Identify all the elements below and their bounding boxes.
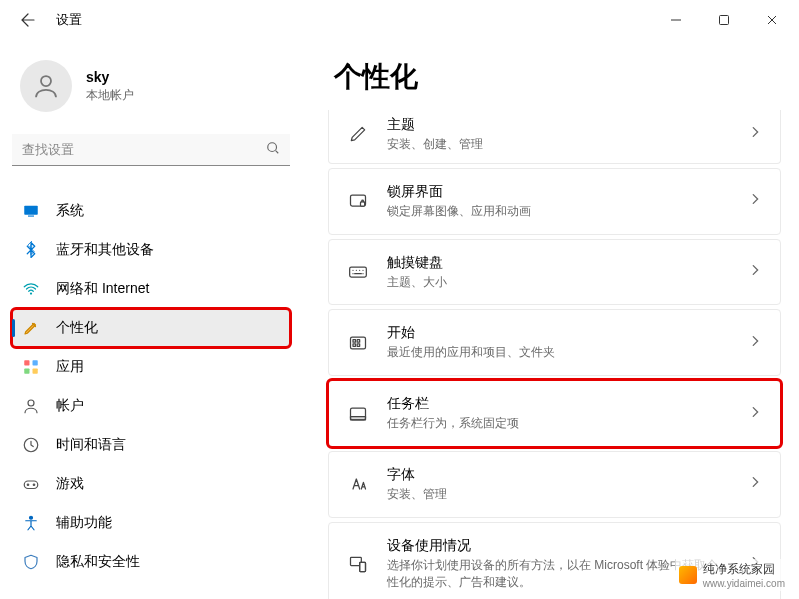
setting-title: 触摸键盘 (387, 254, 730, 272)
accounts-icon (22, 397, 40, 415)
svg-rect-3 (24, 206, 38, 215)
svg-point-1 (41, 76, 51, 86)
sidebar-item-label: 隐私和安全性 (56, 553, 140, 571)
svg-rect-25 (351, 416, 366, 419)
setting-item-theme[interactable]: 主题 安装、创建、管理 (328, 110, 781, 164)
back-button[interactable] (16, 8, 40, 32)
sidebar: sky 本地帐户 系统蓝牙和其他设备网络和 Internet个性化应用帐户时间和… (0, 40, 302, 599)
svg-rect-21 (357, 339, 360, 342)
close-button[interactable] (749, 4, 795, 36)
setting-subtitle: 安装、创建、管理 (387, 136, 730, 153)
svg-rect-17 (361, 202, 365, 206)
accessibility-icon (22, 514, 40, 532)
svg-rect-9 (33, 369, 38, 374)
user-account-type: 本地帐户 (86, 87, 134, 104)
watermark-url: www.yidaimei.com (703, 578, 785, 589)
setting-title: 锁屏界面 (387, 183, 730, 201)
system-icon (22, 202, 40, 220)
svg-point-14 (33, 484, 35, 486)
watermark-name: 纯净系统家园 (703, 561, 785, 578)
setting-title: 开始 (387, 324, 730, 342)
taskbar-icon (347, 403, 369, 425)
setting-item-start[interactable]: 开始 最近使用的应用和项目、文件夹 (328, 309, 781, 376)
sidebar-item-personalize[interactable]: 个性化 (12, 309, 290, 347)
maximize-button[interactable] (701, 4, 747, 36)
sidebar-item-network[interactable]: 网络和 Internet (12, 270, 290, 308)
sidebar-item-apps[interactable]: 应用 (12, 348, 290, 386)
setting-item-fonts[interactable]: 字体 安装、管理 (328, 451, 781, 518)
time-icon (22, 436, 40, 454)
svg-rect-4 (28, 216, 34, 217)
privacy-icon (22, 553, 40, 571)
svg-rect-23 (357, 344, 360, 347)
search-icon (266, 141, 280, 159)
sidebar-item-accounts[interactable]: 帐户 (12, 387, 290, 425)
setting-subtitle: 安装、管理 (387, 486, 730, 503)
sidebar-item-time[interactable]: 时间和语言 (12, 426, 290, 464)
svg-rect-27 (360, 562, 366, 571)
svg-rect-20 (353, 339, 356, 342)
keyboard-icon (347, 261, 369, 283)
setting-title: 设备使用情况 (387, 537, 730, 555)
gaming-icon (22, 475, 40, 493)
sidebar-item-gaming[interactable]: 游戏 (12, 465, 290, 503)
sidebar-item-label: 个性化 (56, 319, 98, 337)
theme-icon (347, 123, 369, 145)
sidebar-item-label: 网络和 Internet (56, 280, 149, 298)
chevron-right-icon (748, 125, 762, 143)
lock-icon (347, 190, 369, 212)
minimize-button[interactable] (653, 4, 699, 36)
setting-title: 任务栏 (387, 395, 730, 413)
setting-subtitle: 锁定屏幕图像、应用和动画 (387, 203, 730, 220)
svg-point-13 (27, 484, 29, 486)
avatar (20, 60, 72, 112)
setting-item-keyboard[interactable]: 触摸键盘 主题、大小 (328, 239, 781, 306)
network-icon (22, 280, 40, 298)
fonts-icon (347, 473, 369, 495)
sidebar-item-accessibility[interactable]: 辅助功能 (12, 504, 290, 542)
setting-subtitle: 最近使用的应用和项目、文件夹 (387, 344, 730, 361)
setting-title: 主题 (387, 116, 730, 134)
setting-subtitle: 任务栏行为，系统固定项 (387, 415, 730, 432)
svg-rect-18 (350, 267, 367, 277)
search-input[interactable] (12, 134, 290, 166)
app-title: 设置 (56, 11, 82, 29)
svg-point-5 (30, 292, 32, 294)
sidebar-item-label: 蓝牙和其他设备 (56, 241, 154, 259)
chevron-right-icon (748, 192, 762, 210)
titlebar: 设置 (0, 0, 799, 40)
sidebar-item-label: 应用 (56, 358, 84, 376)
svg-point-2 (268, 143, 277, 152)
chevron-right-icon (748, 263, 762, 281)
usage-icon (347, 553, 369, 575)
svg-rect-12 (24, 481, 38, 489)
sidebar-item-privacy[interactable]: 隐私和安全性 (12, 543, 290, 581)
sidebar-item-label: 帐户 (56, 397, 84, 415)
svg-point-15 (30, 516, 33, 519)
search-box (12, 134, 290, 166)
sidebar-item-label: 时间和语言 (56, 436, 126, 454)
sidebar-item-bluetooth[interactable]: 蓝牙和其他设备 (12, 231, 290, 269)
chevron-right-icon (748, 475, 762, 493)
svg-rect-8 (24, 369, 29, 374)
start-icon (347, 332, 369, 354)
watermark: 纯净系统家园 www.yidaimei.com (675, 559, 789, 591)
setting-item-taskbar[interactable]: 任务栏 任务栏行为，系统固定项 (328, 380, 781, 447)
svg-point-10 (28, 400, 34, 406)
setting-title: 字体 (387, 466, 730, 484)
svg-rect-22 (353, 344, 356, 347)
setting-subtitle: 主题、大小 (387, 274, 730, 291)
sidebar-item-label: 游戏 (56, 475, 84, 493)
svg-rect-6 (24, 360, 29, 365)
setting-item-lock[interactable]: 锁屏界面 锁定屏幕图像、应用和动画 (328, 168, 781, 235)
sidebar-item-label: 辅助功能 (56, 514, 112, 532)
user-block[interactable]: sky 本地帐户 (12, 52, 290, 134)
svg-rect-19 (351, 337, 366, 349)
sidebar-item-system[interactable]: 系统 (12, 192, 290, 230)
svg-rect-7 (33, 360, 38, 365)
watermark-logo-icon (679, 566, 697, 584)
bluetooth-icon (22, 241, 40, 259)
chevron-right-icon (748, 334, 762, 352)
sidebar-item-label: 系统 (56, 202, 84, 220)
svg-rect-0 (720, 16, 729, 25)
